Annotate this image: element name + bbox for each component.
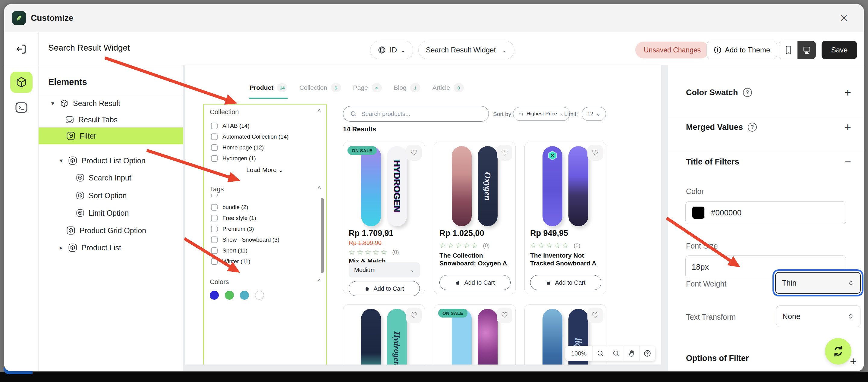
exit-editor-button[interactable] bbox=[15, 43, 27, 55]
product-title[interactable]: The Collection Snowboard: Oxygen A bbox=[439, 252, 510, 267]
expand-icon[interactable]: + bbox=[850, 355, 857, 368]
collapse-icon[interactable]: − bbox=[844, 156, 851, 167]
language-dropdown[interactable]: ID ⌄ bbox=[370, 41, 413, 59]
filter-option[interactable]: All AB (14) bbox=[211, 123, 250, 129]
collapse-icon[interactable]: ^ bbox=[318, 185, 321, 192]
filter-option[interactable]: bundle (2) bbox=[211, 204, 248, 211]
section-color-swatch[interactable]: Color Swatch ? + bbox=[686, 87, 851, 98]
tree-item-product-list[interactable]: ▸ Product List bbox=[38, 239, 183, 256]
checkbox[interactable] bbox=[211, 144, 218, 151]
elements-panel-button[interactable] bbox=[10, 72, 33, 93]
collapse-icon[interactable]: ^ bbox=[318, 108, 321, 115]
variant-select[interactable]: Medium ⌄ bbox=[349, 262, 420, 278]
checkbox[interactable] bbox=[211, 258, 218, 265]
filter-option[interactable]: Winter (11) bbox=[211, 258, 250, 265]
zoom-in-button[interactable] bbox=[592, 346, 608, 361]
wishlist-button[interactable]: ♡ bbox=[406, 145, 422, 161]
caret-right-icon[interactable]: ▸ bbox=[59, 244, 64, 251]
desktop-toggle-button[interactable] bbox=[798, 41, 816, 59]
checkbox[interactable] bbox=[211, 194, 218, 197]
product-card[interactable]: Hydrogen ♡ bbox=[343, 304, 425, 364]
section-merged-values[interactable]: Merged Values ? + bbox=[686, 121, 851, 133]
close-icon[interactable]: ✕ bbox=[840, 12, 848, 24]
caret-down-icon[interactable]: ▾ bbox=[59, 157, 64, 164]
font-weight-select[interactable]: Thin bbox=[775, 272, 861, 294]
tree-item-product-list-option[interactable]: ▾ Product List Option bbox=[38, 152, 183, 169]
checkbox[interactable] bbox=[211, 123, 218, 129]
collapse-icon[interactable]: ^ bbox=[318, 278, 321, 285]
tree-item-limit-option[interactable]: Limit Option bbox=[38, 204, 183, 221]
tab-article[interactable]: Article 0 bbox=[433, 83, 464, 94]
tree-item-result-tabs[interactable]: Result Tabs bbox=[38, 111, 183, 128]
filter-element-selected[interactable]: Collection ^ All AB (14) Automated Colle… bbox=[203, 104, 327, 364]
product-card[interactable]: ON SALE ♡ bbox=[434, 304, 516, 364]
wishlist-button[interactable]: ♡ bbox=[587, 145, 603, 161]
mobile-toggle-button[interactable] bbox=[779, 41, 798, 59]
help-button[interactable] bbox=[640, 346, 655, 361]
add-to-cart-button[interactable]: Add to Cart bbox=[530, 275, 601, 290]
tree-item-product-grid-option[interactable]: Product Grid Option bbox=[38, 222, 183, 239]
heart-icon: ♡ bbox=[592, 311, 598, 320]
expand-icon[interactable]: + bbox=[844, 87, 851, 98]
checkbox[interactable] bbox=[211, 204, 218, 211]
load-more-button[interactable]: Load More ⌄ bbox=[204, 166, 326, 174]
checkbox[interactable] bbox=[211, 215, 218, 221]
add-to-theme-button[interactable]: Add to Theme bbox=[707, 41, 777, 59]
filter-option[interactable]: Snow - Snowboard (3) bbox=[211, 236, 279, 243]
add-to-cart-button[interactable]: Add to Cart bbox=[439, 275, 510, 290]
expand-icon[interactable]: + bbox=[844, 121, 851, 133]
color-swatch-teal[interactable] bbox=[240, 291, 249, 300]
tree-item-search-input[interactable]: Search Input bbox=[38, 169, 183, 186]
color-input[interactable]: #000000 bbox=[685, 201, 846, 224]
help-icon[interactable]: ? bbox=[748, 123, 757, 132]
scrollbar-thumb[interactable] bbox=[321, 198, 324, 273]
tab-blog[interactable]: Blog 1 bbox=[394, 83, 421, 94]
filter-option[interactable]: Hydrogen (1) bbox=[211, 155, 256, 162]
filter-option[interactable]: Automated Collection (14) bbox=[211, 133, 289, 140]
widget-selector-dropdown[interactable]: Search Result Widget ⌄ bbox=[418, 41, 515, 59]
checkbox[interactable] bbox=[211, 236, 218, 243]
search-input[interactable]: Search products... bbox=[343, 106, 489, 122]
refresh-preview-button[interactable] bbox=[825, 338, 851, 364]
tab-product[interactable]: Product 14 bbox=[250, 83, 287, 94]
section-title-of-filters[interactable]: Title of Filters − bbox=[686, 156, 851, 167]
text-transform-select[interactable]: None bbox=[776, 306, 861, 327]
color-swatch-green[interactable] bbox=[225, 291, 234, 300]
checkbox[interactable] bbox=[211, 133, 218, 140]
device-preview-toggle[interactable] bbox=[779, 41, 816, 59]
wishlist-button[interactable]: ♡ bbox=[587, 308, 603, 323]
add-to-cart-button[interactable]: Add to Cart bbox=[349, 281, 420, 296]
product-card[interactable]: ♡ Rp 949,95 ☆☆☆☆☆ (0) The Inventory Not … bbox=[524, 141, 607, 294]
tree-item-search-result[interactable]: ▾ Search Result bbox=[38, 95, 183, 112]
filter-option[interactable]: Premium (3) bbox=[211, 226, 254, 232]
tab-collection[interactable]: Collection 9 bbox=[299, 83, 341, 94]
product-card[interactable]: HYDROGEN ON SALE ♡ Rp 1.709,91 Rp 1.899,… bbox=[343, 141, 425, 294]
tree-item-sort-option[interactable]: Sort Option bbox=[38, 187, 183, 204]
color-swatch-blue[interactable] bbox=[210, 291, 219, 300]
wishlist-button[interactable]: ♡ bbox=[406, 308, 422, 323]
filter-option[interactable]: Home page (12) bbox=[211, 144, 264, 151]
checkbox[interactable] bbox=[211, 247, 218, 254]
tree-item-filter[interactable]: Filter bbox=[38, 127, 183, 144]
checkbox[interactable] bbox=[211, 226, 218, 232]
console-panel-button[interactable] bbox=[14, 100, 29, 115]
product-card[interactable]: Oxygen ♡ Rp 1.025,00 ☆☆☆☆☆ (0) The Colle… bbox=[434, 141, 516, 294]
save-button[interactable]: Save bbox=[822, 41, 857, 59]
sort-dropdown[interactable]: ↑↓ Highest Price ⌄ bbox=[513, 107, 570, 121]
wishlist-button[interactable]: ♡ bbox=[497, 145, 513, 161]
pan-button[interactable] bbox=[624, 346, 640, 361]
help-icon[interactable]: ? bbox=[743, 88, 752, 97]
terminal-icon bbox=[14, 100, 29, 115]
color-swatch-white[interactable] bbox=[255, 291, 264, 300]
tab-page[interactable]: Page 4 bbox=[353, 83, 382, 94]
zoom-out-button[interactable] bbox=[608, 346, 624, 361]
limit-dropdown[interactable]: 12 ⌄ bbox=[582, 107, 606, 121]
filter-option[interactable]: Sport (11) bbox=[211, 247, 247, 254]
filter-option-clipped[interactable] bbox=[211, 194, 218, 197]
wishlist-button[interactable]: ♡ bbox=[497, 308, 513, 323]
product-title[interactable]: The Inventory Not Tracked Snowboard A bbox=[530, 252, 601, 267]
caret-down-icon[interactable]: ▾ bbox=[50, 100, 56, 107]
checkbox[interactable] bbox=[211, 155, 218, 162]
color-swatch-preview[interactable] bbox=[692, 206, 705, 219]
filter-option[interactable]: Free style (1) bbox=[211, 215, 256, 221]
